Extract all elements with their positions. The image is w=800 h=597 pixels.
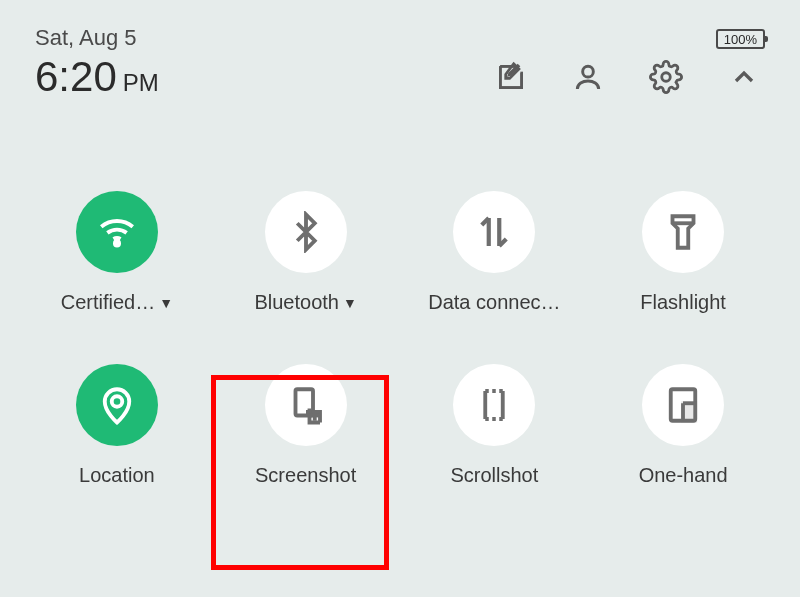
bluetooth-icon: [265, 191, 347, 273]
tile-scrollshot[interactable]: Scrollshot: [408, 354, 582, 497]
flashlight-icon: [642, 191, 724, 273]
battery-text: 100%: [724, 32, 757, 47]
tile-location[interactable]: Location: [30, 354, 204, 497]
svg-point-3: [112, 396, 123, 407]
tile-flashlight[interactable]: Flashlight: [596, 181, 770, 324]
tile-bluetooth[interactable]: Bluetooth ▼: [219, 181, 393, 324]
tile-label: Screenshot: [255, 464, 356, 487]
location-icon: [76, 364, 158, 446]
tile-label: Location: [79, 464, 155, 487]
svg-point-2: [115, 241, 119, 245]
data-icon: [453, 191, 535, 273]
tile-onehand[interactable]: One-hand: [596, 354, 770, 497]
time-text: 6:20: [35, 53, 117, 101]
collapse-icon[interactable]: [728, 61, 760, 97]
tile-label: Data connec…: [428, 291, 560, 314]
scrollshot-icon: [453, 364, 535, 446]
ampm-text: PM: [123, 69, 159, 97]
tile-label: Scrollshot: [450, 464, 538, 487]
screenshot-icon: [265, 364, 347, 446]
edit-icon[interactable]: [495, 61, 527, 97]
wifi-icon: [76, 191, 158, 273]
time-row: 6:20 PM: [35, 53, 159, 101]
action-row: [495, 60, 760, 98]
dropdown-caret-icon: ▼: [343, 295, 357, 311]
tile-screenshot[interactable]: Screenshot: [219, 354, 393, 497]
svg-point-1: [662, 73, 671, 82]
date-time-block: Sat, Aug 5 6:20 PM: [35, 25, 159, 101]
tile-label: One-hand: [639, 464, 728, 487]
dropdown-caret-icon: ▼: [159, 295, 173, 311]
tile-data[interactable]: Data connec…: [408, 181, 582, 324]
onehand-icon: [642, 364, 724, 446]
tile-wifi[interactable]: Certified… ▼: [30, 181, 204, 324]
tile-label: Certified… ▼: [61, 291, 173, 314]
tile-label: Flashlight: [640, 291, 726, 314]
battery-indicator: 100%: [716, 29, 765, 49]
profile-icon[interactable]: [572, 61, 604, 97]
quick-tiles-grid: Certified… ▼ Bluetooth ▼ Data connec…: [0, 121, 800, 497]
svg-point-0: [583, 66, 594, 77]
settings-icon[interactable]: [649, 60, 683, 98]
date-text: Sat, Aug 5: [35, 25, 159, 51]
tile-label: Bluetooth ▼: [254, 291, 356, 314]
